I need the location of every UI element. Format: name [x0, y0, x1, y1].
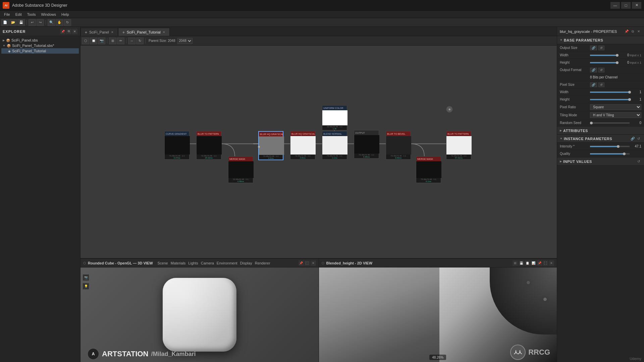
graph-node-n2[interactable]: BLUR TO PATTERN 70.48x70.48 · 1:125.32ms [196, 131, 221, 160]
graph-node-n8[interactable]: BLUR TO PATTERN 70.48x70.48 · 1:147.31ms [446, 131, 471, 160]
2d-viewport-content[interactable]: 人人 RRCG 48.26% [319, 267, 557, 362]
menu-materials[interactable]: Materials [171, 261, 186, 265]
pixel-size-reset-button[interactable]: ↺ [598, 82, 604, 87]
rp-close-button[interactable]: ✕ [636, 29, 641, 34]
output-size-link-button[interactable]: 🔗 [590, 46, 597, 50]
graph-tool-rotate[interactable]: ↻ [136, 38, 144, 44]
light-tool[interactable]: 💡 [83, 283, 89, 290]
prop-label: Width [560, 53, 590, 57]
pixel-height-slider[interactable] [590, 99, 630, 100]
menu-environment[interactable]: Environment [217, 261, 237, 265]
parent-size-select[interactable]: 2048 1024 512 [177, 38, 193, 44]
close-button[interactable]: ✕ [632, 2, 641, 9]
menu-file[interactable]: File [1, 11, 13, 18]
explorer-item-scifi-panel-sbs[interactable]: ▶ 📦 SciFi_Panel.sbs [1, 38, 79, 43]
menu-windows[interactable]: Windows [38, 11, 59, 18]
tiling-mode-select[interactable]: H and V Tiling No Tiling H Tiling V Tili… [590, 112, 641, 118]
menu-camera[interactable]: Camera [201, 261, 214, 265]
save-button[interactable]: 💾 [17, 19, 25, 26]
2d-chart-button[interactable]: 📊 [531, 260, 536, 266]
height-slider[interactable] [590, 62, 617, 63]
open-button[interactable]: 📂 [9, 19, 17, 26]
graph-tool-2[interactable]: 🔲 [90, 38, 97, 44]
minimize-button[interactable]: — [610, 2, 620, 9]
camera-tool[interactable]: 📷 [83, 274, 89, 281]
3d-pin-button[interactable]: 📌 [299, 260, 304, 266]
2d-fullscreen-button[interactable]: ⛶ [543, 260, 548, 266]
2d-close-button[interactable]: ✕ [549, 260, 554, 266]
section-input-values[interactable]: ▶ INPUT VALUES ↺ [557, 158, 644, 166]
tab-scifi-panel-tutorial[interactable]: ◈ SciFi_Panel_Tutorial ✕ [118, 28, 170, 36]
instance-params-icon2[interactable]: ↺ [636, 136, 641, 141]
rotate-button[interactable]: ↻ [64, 19, 71, 26]
menu-display[interactable]: Display [240, 261, 252, 265]
menu-lights[interactable]: Lights [188, 261, 198, 265]
explorer-item-scifi-panel-tutorial[interactable]: ◈ SciFi_Panel_Tutorial [1, 48, 79, 54]
graph-tool-4[interactable]: ⊞ [109, 38, 116, 44]
tab-close-icon[interactable]: ✕ [163, 31, 165, 34]
maximize-button[interactable]: □ [621, 2, 631, 9]
random-seed-slider[interactable] [590, 122, 630, 124]
zoom-button[interactable]: 🔍 [48, 19, 55, 26]
pixel-ratio-select[interactable]: Square 16:9 4:3 [590, 104, 641, 110]
format-reset-button[interactable]: ↺ [598, 68, 604, 72]
menu-edit[interactable]: Edit [13, 11, 24, 18]
node-header: OUTPUT [354, 130, 379, 135]
format-link-button[interactable]: 🔗 [590, 68, 597, 72]
input-values-reset-button[interactable]: ↺ [636, 159, 641, 164]
pixel-size-link-button[interactable]: 🔗 [590, 82, 597, 87]
3d-viewport-content[interactable]: 📷 💡 A [80, 267, 319, 362]
redo-button[interactable]: ↪ [37, 19, 44, 26]
intensity-slider[interactable] [590, 146, 630, 147]
menu-help[interactable]: Help [59, 11, 72, 18]
pixel-width-slider[interactable] [590, 92, 630, 93]
graph-tool-3[interactable]: 📷 [98, 38, 105, 44]
instance-params-icon1[interactable]: 🔗 [630, 136, 635, 141]
graph-tool-5[interactable]: ✏ [117, 38, 124, 44]
graph-node-n10[interactable]: MERGE MASK 20.48x20.48 · 1:14.46ms [228, 156, 253, 183]
pan-button[interactable]: ✋ [56, 19, 63, 26]
section-instance-parameters[interactable]: ▼ INSTANCE PARAMETERS 🔗 ↺ [557, 135, 644, 143]
graph-node-n1[interactable]: CURVE GRADIENT 70.48x70.48 · 1:10.27ms [164, 131, 190, 160]
toolbar2-separator2 [126, 38, 126, 44]
menu-renderer[interactable]: Renderer [255, 261, 270, 265]
explorer-pin-button[interactable]: 📌 [60, 29, 65, 34]
graph-node-n4[interactable]: BLUR HQ GRAYSCALE 70.48x70.48 · 1:10.8ms [290, 131, 315, 160]
explorer-float-button[interactable]: ⧉ [66, 29, 71, 34]
node-footer: 70.48x70.48 · 1:10.27ms [165, 155, 189, 159]
graph-node-n9[interactable]: UNIFORM COLOR 20.48x20.48 · 1:11.35 [322, 105, 347, 130]
graph-node-n5[interactable]: BLEND NORMAL 70.48x70.48 · 1:11.1ms [322, 131, 347, 160]
menu-tools[interactable]: Tools [24, 11, 39, 18]
section-base-parameters[interactable]: ▼ BASE PARAMETERS [557, 36, 644, 44]
width-slider[interactable] [590, 55, 617, 56]
section-attributes[interactable]: ▶ ATTRIBUTES [557, 127, 644, 135]
explorer-close-button[interactable]: ✕ [72, 29, 77, 34]
graph-viewport[interactable]: CURVE GRADIENT 70.48x70.48 · 1:10.27ms B… [80, 46, 557, 258]
undo-button[interactable]: ↩ [29, 19, 36, 26]
tab-close-icon[interactable]: ✕ [111, 31, 114, 34]
explorer-item-scifi-panel-tutorial-sbs[interactable]: ▼ 📦 SciFi_Panel_Tutorial.sbs* [1, 43, 79, 48]
graph-tool-1[interactable]: ⬡ [82, 38, 89, 44]
graph-node-n11[interactable]: MERGE MASK 70.48x70.48 · 1:16.1ms [416, 156, 441, 183]
rp-float-button[interactable]: ⧉ [630, 29, 635, 34]
graph-tool-move[interactable]: ↔ [128, 38, 136, 44]
menu-scene[interactable]: Scene [158, 261, 168, 265]
property-intensity: Intensity * 47.1 [557, 143, 644, 150]
graph-node-n6[interactable]: OUTPUT 70.48x70.48 · 1:10.35ms [354, 130, 379, 159]
2d-save-button[interactable]: 💾 [519, 260, 524, 266]
3d-fullscreen-button[interactable]: ⛶ [305, 260, 310, 266]
new-button[interactable]: 📄 [1, 19, 9, 26]
rp-pin-button[interactable]: 📌 [624, 29, 629, 34]
graph-node-n7[interactable]: BLUR TO BEVEL 70.48x70.48 · 1:10.63ms [386, 131, 411, 160]
2d-fit-button[interactable]: ⊞ [513, 260, 518, 266]
graph-node-n3[interactable]: BLUR HQ GRAYSCALE 70.48x70.48 · 1:13.5ms [258, 131, 283, 160]
2d-pin-button[interactable]: 📌 [537, 260, 542, 266]
2d-copy-button[interactable]: 📋 [525, 260, 530, 266]
tab-scifi-panel[interactable]: ◈ SciFi_Panel ✕ [80, 28, 118, 36]
3d-close-button[interactable]: ✕ [311, 260, 316, 266]
output-size-reset-button[interactable]: ↺ [598, 46, 604, 50]
quality-slider[interactable] [590, 153, 630, 155]
artstation-icon-text: A [92, 352, 95, 356]
graph-node-output-right[interactable]: ⊕ [446, 106, 453, 113]
toolbar-separator-1 [26, 20, 27, 25]
